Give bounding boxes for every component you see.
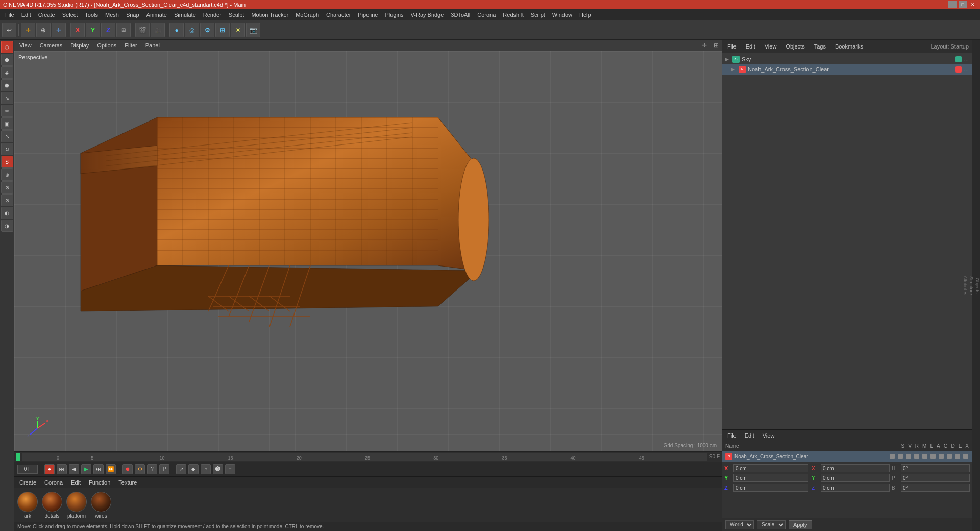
vp-frame-ctrl[interactable]: ⊞	[714, 42, 719, 49]
tool-scale[interactable]: ⤡	[1, 130, 13, 142]
mat-menu-edit[interactable]: Edit	[69, 479, 83, 486]
tool-edge[interactable]: ◈	[1, 66, 13, 79]
strip-label-objects[interactable]: Objects	[975, 278, 980, 294]
menu-item-script[interactable]: Script	[528, 11, 548, 19]
mat-menu-create[interactable]: Create	[17, 479, 38, 486]
menu-item-mograph[interactable]: MoGraph	[292, 11, 322, 19]
menu-item-motion-tracker[interactable]: Motion Tracker	[248, 11, 291, 19]
viewport-canvas[interactable]: Perspective	[14, 51, 722, 451]
move-button[interactable]: ✛	[52, 23, 66, 37]
tool-move[interactable]: ⬡	[1, 41, 13, 53]
vp-move-ctrl[interactable]: ✛	[702, 42, 707, 49]
play-forward-button[interactable]: ▶	[81, 464, 91, 474]
key-frame-btn[interactable]: ◆	[188, 464, 199, 474]
extra-btn[interactable]: ≡	[225, 464, 235, 474]
coord-x-input[interactable]	[733, 464, 808, 472]
record-button[interactable]: ●	[44, 464, 55, 474]
maximize-button[interactable]: □	[959, 1, 967, 8]
menu-item-redshift[interactable]: Redshift	[500, 11, 526, 19]
mat-menu-texture[interactable]: Texture	[116, 479, 139, 486]
coord-b-input[interactable]	[901, 484, 970, 492]
tool-polygon[interactable]: ⬢	[1, 54, 13, 66]
br-obj-item-ark[interactable]: N Noah_Ark_Cross_Section_Clear	[722, 451, 972, 462]
auto-key-button[interactable]: ⚙	[135, 464, 145, 474]
record-mode-button[interactable]: ⏺	[122, 464, 133, 474]
z-axis-button[interactable]: Z	[101, 23, 115, 37]
scale-dropdown[interactable]: Scale	[757, 520, 786, 529]
material-platform[interactable]: platform	[66, 492, 87, 519]
menu-item-simulate[interactable]: Simulate	[171, 11, 199, 19]
material-ark[interactable]: ark	[17, 492, 38, 519]
sphere-button[interactable]: ●	[169, 23, 184, 37]
key-all-button[interactable]: P	[159, 464, 169, 474]
vp-menu-cameras[interactable]: Cameras	[38, 42, 65, 49]
menu-item-create[interactable]: Create	[35, 11, 58, 19]
apply-button[interactable]: Apply	[789, 520, 812, 529]
coord-z2-input[interactable]	[821, 484, 890, 492]
coord-y2-input[interactable]	[821, 474, 890, 482]
world-dropdown[interactable]: World Local	[725, 520, 754, 529]
gear-button[interactable]: ⚙	[200, 23, 214, 37]
tool-pen[interactable]: ✏	[1, 105, 13, 117]
all-axis-button[interactable]: ⊞	[116, 23, 131, 37]
go-to-end-button[interactable]: ⏩	[106, 464, 116, 474]
torus-button[interactable]: ◎	[185, 23, 199, 37]
menu-item-corona[interactable]: Corona	[474, 11, 499, 19]
current-frame-input[interactable]	[17, 465, 38, 474]
obj-item-ark[interactable]: ▶ N Noah_Ark_Cross_Section_Clear …	[722, 64, 972, 75]
tool-point[interactable]: ⬟	[1, 79, 13, 91]
obj-item-sky[interactable]: ▶ S Sky …	[722, 54, 972, 64]
br-menu-file[interactable]: File	[725, 432, 739, 439]
timeline-ruler[interactable]: 0 5 10 15 20 25 30 35 40 45	[22, 453, 707, 461]
close-button[interactable]: ✕	[969, 1, 977, 8]
tool-sculpt3[interactable]: ⊗	[1, 181, 13, 194]
br-menu-edit[interactable]: Edit	[743, 432, 756, 439]
minimize-button[interactable]: ─	[948, 1, 957, 8]
mat-menu-corona[interactable]: Corona	[42, 479, 65, 486]
sun-button[interactable]: ☀	[231, 23, 245, 37]
new-object-button[interactable]: ✛	[21, 23, 35, 37]
select-button[interactable]: ⊕	[36, 23, 51, 37]
menu-item-animate[interactable]: Animate	[143, 11, 170, 19]
play-back-button[interactable]: ◀	[69, 464, 79, 474]
render-button[interactable]: 🎬	[135, 23, 150, 37]
camera-button[interactable]: 📷	[246, 23, 260, 37]
coord-h-input[interactable]	[901, 464, 970, 472]
x-axis-button[interactable]: X	[70, 23, 85, 37]
menu-item-snap[interactable]: Snap	[123, 11, 142, 19]
vp-menu-options[interactable]: Options	[95, 42, 118, 49]
motion-paths-btn[interactable]: ↗	[176, 464, 186, 474]
menu-item-select[interactable]: Select	[59, 11, 81, 19]
tool-sculpt5[interactable]: ◐	[1, 207, 13, 219]
mat-menu-function[interactable]: Function	[87, 479, 112, 486]
vp-menu-display[interactable]: Display	[68, 42, 91, 49]
motion-btn[interactable]: ⓿	[213, 464, 223, 474]
tool-sculpt2[interactable]: ⊕	[1, 168, 13, 181]
coord-p-input[interactable]	[901, 474, 970, 482]
tool-sculpt4[interactable]: ⊘	[1, 194, 13, 206]
menu-item-tools[interactable]: Tools	[82, 11, 101, 19]
obj-menu-bookmarks[interactable]: Bookmarks	[833, 43, 865, 50]
obj-menu-file[interactable]: File	[725, 43, 739, 50]
menu-item-v-ray-bridge[interactable]: V-Ray Bridge	[408, 11, 447, 19]
obj-menu-tags[interactable]: Tags	[812, 43, 828, 50]
step-forward-button[interactable]: ⏭	[93, 464, 104, 474]
obj-menu-edit[interactable]: Edit	[744, 43, 757, 50]
br-menu-view[interactable]: View	[761, 432, 777, 439]
question-button[interactable]: ?	[147, 464, 157, 474]
grid-button[interactable]: ⊞	[215, 23, 230, 37]
menu-item-3dtoall[interactable]: 3DToAll	[448, 11, 473, 19]
menu-item-window[interactable]: Window	[549, 11, 575, 19]
coord-x2-input[interactable]	[821, 464, 890, 472]
circle-btn[interactable]: ○	[201, 464, 211, 474]
menu-item-mesh[interactable]: Mesh	[102, 11, 122, 19]
y-axis-button[interactable]: Y	[86, 23, 100, 37]
menu-item-file[interactable]: File	[2, 11, 17, 19]
vp-menu-filter[interactable]: Filter	[122, 42, 139, 49]
menu-item-pipeline[interactable]: Pipeline	[355, 11, 381, 19]
menu-item-sculpt[interactable]: Sculpt	[226, 11, 248, 19]
strip-label-structure[interactable]: Structure	[969, 276, 974, 295]
vp-plus-ctrl[interactable]: +	[708, 42, 712, 49]
step-back-button[interactable]: ⏮	[57, 464, 67, 474]
tool-rotate[interactable]: ↻	[1, 143, 13, 155]
